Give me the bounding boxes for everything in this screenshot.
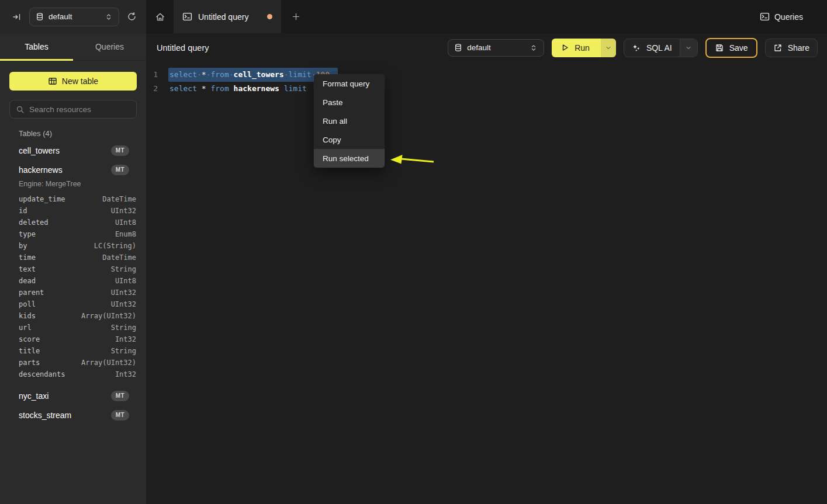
column-row-url: urlString [19, 322, 136, 333]
tab-strip: Untitled query Queries [146, 0, 827, 33]
table-engine-label: Engine: MergeTree [0, 179, 146, 192]
table-item-stocks-stream[interactable]: stocks_streamMT [0, 405, 146, 425]
run-button-main[interactable]: Run [552, 39, 601, 57]
column-name: by [19, 242, 27, 250]
column-type: Enum8 [115, 230, 136, 238]
whitespace-dot: · [197, 70, 202, 79]
column-name: score [19, 335, 40, 343]
database-selector-value: default [467, 43, 491, 52]
token-table: hackernews [234, 84, 279, 93]
column-row-dead: deadUInt8 [19, 275, 136, 287]
column-row-parts: partsArray(UInt32) [19, 357, 136, 369]
plus-icon [292, 12, 300, 21]
refresh-icon [127, 12, 137, 22]
column-row-deleted: deletedUInt8 [19, 217, 136, 228]
table-item-nyc-taxi[interactable]: nyc_taxiMT [0, 386, 146, 405]
column-type: Array(UInt32) [81, 312, 136, 320]
sidebar-tab-tables[interactable]: Tables [0, 33, 73, 60]
refresh-button[interactable] [123, 8, 140, 26]
tables-list: cell_towersMThackernewsMTEngine: MergeTr… [0, 141, 146, 425]
column-name: type [19, 230, 36, 238]
line-content: select·*·from·cell_towers·limit·100· [168, 68, 338, 82]
column-name: dead [19, 277, 36, 285]
share-icon [773, 43, 783, 53]
sql-ai-main[interactable]: SQL AI [624, 43, 680, 53]
new-table-button[interactable]: New table [9, 72, 137, 91]
database-selector-topbar[interactable]: default [29, 8, 119, 26]
new-tab-button[interactable] [281, 0, 310, 33]
column-type: String [111, 265, 136, 273]
column-type: Int32 [115, 335, 136, 343]
line-number: 2 [146, 82, 158, 96]
column-name: title [19, 347, 40, 355]
share-button[interactable]: Share [765, 39, 818, 57]
collapse-sidebar-button[interactable] [8, 8, 26, 26]
database-icon [36, 12, 44, 21]
table-grid-icon [48, 77, 57, 86]
column-name: parent [19, 289, 44, 297]
token-keyword: select [169, 84, 197, 93]
column-name: url [19, 324, 32, 332]
column-row-update-time: update_timeDateTime [19, 193, 136, 205]
menu-item-run-selected[interactable]: Run selected [314, 149, 385, 168]
column-name: update_time [19, 195, 65, 203]
column-name: poll [19, 300, 36, 308]
new-table-label: New table [62, 77, 98, 86]
line-number: 1 [146, 68, 158, 82]
column-row-id: idUInt32 [19, 205, 136, 217]
column-row-title: titleString [19, 345, 136, 357]
code-line-2[interactable]: 2select * from hackernews limit [146, 82, 827, 96]
sidebar-tab-queries-label: Queries [95, 42, 124, 51]
token-keyword: limit [289, 70, 312, 79]
column-name: text [19, 265, 36, 273]
column-type: Array(UInt32) [81, 359, 136, 367]
tables-section-label: Tables (4) [19, 129, 137, 138]
column-row-poll: pollUInt32 [19, 298, 136, 310]
menu-item-paste[interactable]: Paste [314, 93, 385, 112]
code-line-1[interactable]: 1select·*·from·cell_towers·limit·100· [146, 68, 827, 82]
token-operator: * [202, 70, 206, 79]
token-operator: * [202, 84, 206, 93]
token-keyword: select [169, 70, 197, 79]
search-input[interactable] [29, 105, 130, 114]
column-row-by: byLC(String) [19, 240, 136, 252]
column-type: String [111, 347, 136, 355]
menu-item-format-query[interactable]: Format query [314, 74, 385, 93]
menu-item-copy[interactable]: Copy [314, 130, 385, 149]
table-columns-list: update_timeDateTimeidUInt32deletedUInt8t… [0, 192, 146, 386]
column-type: String [111, 324, 136, 332]
token-keyword: from [210, 84, 229, 93]
run-label: Run [575, 43, 590, 53]
engine-badge: MT [111, 165, 129, 175]
column-name: parts [19, 359, 40, 367]
engine-badge: MT [111, 410, 129, 420]
run-button[interactable]: Run [552, 39, 616, 57]
chevron-down-icon [605, 44, 612, 51]
sql-ai-caret[interactable] [680, 39, 697, 57]
sql-ai-button[interactable]: SQL AI [624, 39, 698, 57]
column-row-time: timeDateTime [19, 252, 136, 263]
save-button[interactable]: Save [705, 38, 757, 58]
home-button[interactable] [146, 0, 174, 33]
engine-badge: MT [111, 391, 129, 401]
run-options-caret[interactable] [601, 39, 616, 57]
sidebar-tabs: Tables Queries [0, 33, 146, 61]
app-root: default Untitled query [0, 0, 827, 504]
queries-button[interactable]: Queries [750, 0, 827, 33]
database-selector-toolbar[interactable]: default [448, 39, 544, 57]
queries-button-label: Queries [774, 12, 803, 22]
column-type: UInt32 [111, 300, 136, 308]
column-row-score: scoreInt32 [19, 333, 136, 345]
column-type: Int32 [115, 370, 136, 378]
sidebar-tab-queries[interactable]: Queries [73, 33, 146, 60]
menu-item-run-all[interactable]: Run all [314, 112, 385, 130]
chevron-down-icon [685, 44, 692, 51]
tab-untitled-query[interactable]: Untitled query [174, 0, 281, 33]
table-name: cell_towers [19, 146, 60, 155]
play-icon [560, 43, 569, 52]
tab-label: Untitled query [198, 12, 248, 22]
table-item-cell-towers[interactable]: cell_towersMT [0, 141, 146, 160]
column-type: UInt32 [111, 289, 136, 297]
sql-editor[interactable]: 1select·*·from·cell_towers·limit·100·2se… [146, 62, 827, 96]
table-item-hackernews[interactable]: hackernewsMT [0, 160, 146, 179]
